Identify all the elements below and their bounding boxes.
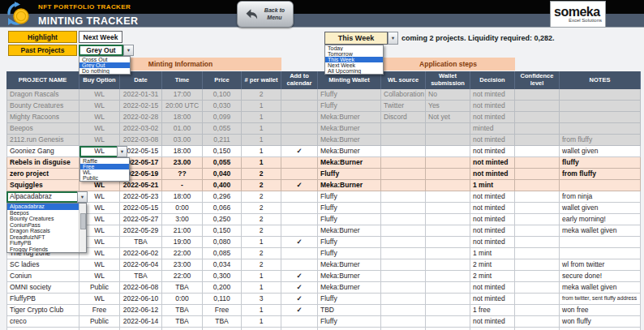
cell-project[interactable]: creco — [6, 316, 79, 328]
cell-submission[interactable] — [426, 305, 470, 316]
cell-project[interactable]: OMNI society — [6, 282, 79, 294]
cell-wallet[interactable]: Fluffy — [318, 316, 381, 328]
cell-per_wallet[interactable]: 2 — [242, 248, 281, 259]
cell-date[interactable]: 2022-05-23 — [120, 191, 162, 203]
cell-notes[interactable]: from ninja — [560, 191, 641, 203]
cell-per_wallet[interactable]: 1 — [242, 146, 281, 157]
cell-submission[interactable] — [426, 203, 470, 214]
cell-date[interactable]: 2022-02-15 — [120, 101, 162, 112]
cell-wl_source[interactable] — [381, 157, 426, 169]
cell-wl_source[interactable] — [381, 225, 426, 237]
cell-per_wallet[interactable]: 1 — [242, 282, 281, 294]
cell-price[interactable]: 0,040 — [203, 169, 242, 180]
cell-wl_source[interactable] — [381, 259, 426, 271]
cell-price[interactable]: TBA — [203, 316, 242, 328]
dropdown-option[interactable]: Today — [325, 45, 383, 51]
cell-date[interactable]: TBA — [120, 237, 162, 248]
cell-submission[interactable] — [426, 259, 470, 271]
cell-notes[interactable]: fluffy — [560, 157, 641, 169]
cell-date[interactable]: 2022-06-10 — [120, 294, 162, 305]
cell-confidence[interactable] — [515, 157, 560, 169]
cell-project[interactable]: Alpacadabraz — [6, 191, 79, 203]
cell-per_wallet[interactable]: 1 — [242, 237, 281, 248]
cell-price[interactable]: 0,100 — [203, 89, 242, 101]
cell-wallet[interactable]: Fluffy — [318, 237, 381, 248]
cell-time[interactable]: 0:00 — [162, 203, 203, 214]
cell-per_wallet[interactable]: 2 — [242, 180, 281, 191]
cell-confidence[interactable] — [515, 135, 560, 146]
cell-submission[interactable]: Not yet — [426, 112, 470, 123]
calendar-check-icon[interactable]: ✓ — [281, 146, 318, 157]
cell-wl_source[interactable] — [381, 203, 426, 214]
calendar-check-icon[interactable]: ✓ — [281, 271, 318, 282]
cell-wallet[interactable]: Meka:Burner — [318, 271, 381, 282]
back-to-menu-button[interactable]: Back to Menu — [237, 1, 294, 28]
cell-wl_source[interactable]: Collaboration — [381, 89, 426, 101]
cell-submission[interactable] — [426, 214, 470, 225]
cell-project[interactable]: Coniun — [6, 271, 79, 282]
calendar-check-icon[interactable]: ✓ — [281, 237, 318, 248]
cell-per_wallet[interactable]: 1 — [242, 123, 281, 135]
cell-decision[interactable]: not minted — [470, 316, 515, 328]
cell-wl_source[interactable]: Discord — [381, 112, 426, 123]
cell-decision[interactable]: not minted — [470, 169, 515, 180]
cell-decision[interactable]: not minted — [470, 237, 515, 248]
cell-calendar[interactable] — [281, 123, 318, 135]
cell-time[interactable]: 0:00 — [162, 294, 203, 305]
cell-date[interactable]: 2022-06-12 — [120, 305, 162, 316]
cell-wallet[interactable]: Meka:Burner — [318, 112, 381, 123]
cell-wl_source[interactable]: Twitter — [381, 101, 426, 112]
cell-price[interactable]: 0,030 — [203, 101, 242, 112]
cell-per_wallet[interactable]: 1 — [242, 101, 281, 112]
cell-date[interactable]: 2022-05-27 — [120, 214, 162, 225]
calendar-check-icon[interactable]: ✓ — [281, 180, 318, 191]
cell-wallet[interactable]: Fluffy — [318, 101, 381, 112]
cell-project[interactable]: SC ladies — [6, 259, 79, 271]
cell-price[interactable]: 0,055 — [203, 123, 242, 135]
dropdown-option[interactable]: Free — [80, 164, 129, 169]
cell-confidence[interactable] — [515, 123, 560, 135]
period-select[interactable]: This Week — [324, 32, 388, 45]
cell-price[interactable]: 0,150 — [203, 146, 242, 157]
cell-decision[interactable]: not minted — [470, 112, 515, 123]
cell-date[interactable]: TBA — [120, 271, 162, 282]
dropdown-scrollbar[interactable] — [79, 204, 86, 252]
cell-confidence[interactable] — [515, 305, 560, 316]
cell-buy[interactable]: WL — [79, 259, 120, 271]
cell-calendar[interactable] — [281, 203, 318, 214]
dropdown-option[interactable]: Raffle — [80, 158, 129, 164]
calendar-check-icon[interactable]: ✓ — [281, 305, 318, 316]
dropdown-option[interactable]: Next Week — [325, 62, 383, 68]
cell-date[interactable]: 2022-06-08 — [120, 282, 162, 294]
cell-wallet[interactable]: Meka:Burner — [318, 157, 381, 169]
dropdown-option[interactable]: Bounty Creatures — [7, 216, 84, 222]
cell-wl_source[interactable] — [381, 123, 426, 135]
cell-wl_source[interactable] — [381, 248, 426, 259]
cell-calendar[interactable] — [281, 169, 318, 180]
cell-per_wallet[interactable]: 2 — [242, 259, 281, 271]
dropdown-option[interactable]: WL — [80, 169, 129, 175]
cell-time[interactable]: 3:00 — [162, 214, 203, 225]
cell-submission[interactable] — [426, 282, 470, 294]
cell-decision[interactable]: minted — [470, 123, 515, 135]
cell-wl_source[interactable] — [381, 237, 426, 248]
cell-submission[interactable]: Yes — [426, 101, 470, 112]
dropdown-option[interactable]: FluffyPB — [7, 240, 84, 246]
cell-project[interactable]: Mighty Racoons — [6, 112, 79, 123]
cell-calendar[interactable] — [281, 112, 318, 123]
cell-buy[interactable]: WL — [79, 180, 120, 191]
cell-time[interactable]: 23:00 — [162, 259, 203, 271]
cell-wallet[interactable]: Meka:Burner — [318, 225, 381, 237]
cell-wl_source[interactable] — [381, 271, 426, 282]
cell-date[interactable]: 2022-05-21 — [120, 180, 162, 191]
cell-per_wallet[interactable]: 3 — [242, 294, 281, 305]
cell-time[interactable]: 18:00 — [162, 191, 203, 203]
cell-project[interactable]: 2112.run Genesis — [6, 135, 79, 146]
cell-project[interactable]: Gooniez Gang — [6, 146, 79, 157]
cell-decision[interactable]: not minted — [470, 135, 515, 146]
cell-confidence[interactable] — [515, 294, 560, 305]
cell-time[interactable]: 01.00 — [162, 123, 203, 135]
cell-confidence[interactable] — [515, 101, 560, 112]
cell-project[interactable]: Bounty Creatures — [6, 101, 79, 112]
dropdown-option[interactable]: Froggy Friends — [7, 246, 84, 253]
